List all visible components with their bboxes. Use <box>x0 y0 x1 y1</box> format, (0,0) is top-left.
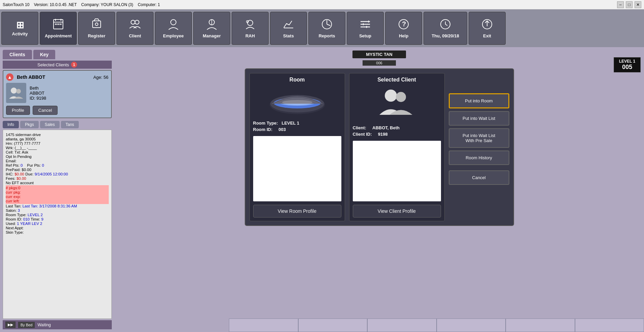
dialog-cancel-button[interactable]: Cancel <box>449 170 509 185</box>
clock-icon <box>439 18 451 32</box>
tab-info[interactable]: Info <box>3 121 19 128</box>
rah-icon <box>244 18 256 32</box>
due-label: Due: <box>25 172 35 176</box>
activity-icon: ⊞ <box>16 21 24 30</box>
help-label: Help <box>399 33 408 38</box>
due-value: 9/14/2005 12:00:00 <box>35 172 68 176</box>
warning-icon: ▲ <box>6 73 13 81</box>
level-panel: LEVEL 1 005 <box>614 57 641 72</box>
client-id-info: Client ID: 9198 <box>353 132 441 137</box>
client-action-buttons: Profile Cancel <box>6 106 108 115</box>
used-value: 1 YEAR LEV 2 <box>17 222 42 226</box>
put-into-room-button[interactable]: Put into Room <box>449 93 509 108</box>
client-name-value: ABBOT, Beth <box>372 125 400 130</box>
nav-client[interactable]: Client <box>116 12 154 45</box>
view-room-profile-button[interactable]: View Room Profile <box>253 205 341 218</box>
room-history-button[interactable]: Room History <box>449 151 509 165</box>
register-label: Register <box>88 33 105 38</box>
tab-clients[interactable]: Clients <box>3 50 32 59</box>
title-bar: SalonTouch 10 Version: 10.0.0.45 .NET Co… <box>0 0 644 9</box>
svg-point-33 <box>11 88 17 94</box>
client-prepaid: PrePaid: $0.00 <box>6 168 109 172</box>
nav-datetime[interactable]: Thu, 09/20/18 <box>423 12 467 45</box>
by-bed-button[interactable]: By Bed <box>18 322 35 328</box>
profile-button[interactable]: Profile <box>6 106 30 115</box>
put-into-wait-list-presale-button[interactable]: Put into Wait List With Pre Sale <box>449 128 509 148</box>
top-navigation: ⊞ Activity Appointment Register Client E… <box>0 9 644 47</box>
stats-icon <box>282 18 295 32</box>
client-id: ID: 9198 <box>30 96 46 101</box>
fees-value: $0.00 <box>16 176 26 180</box>
panel-tabs: Clients Key <box>3 50 112 59</box>
client-label: Client <box>129 33 141 38</box>
client-wrk: Wrk: (__)__ -____ <box>6 146 109 150</box>
maximize-button[interactable]: □ <box>626 1 633 8</box>
tab-sales[interactable]: Sales <box>40 121 60 128</box>
room-white-box <box>253 136 341 201</box>
svg-point-11 <box>171 20 176 25</box>
client-header: ▲ Beth ABBOT Age: 56 <box>6 73 108 81</box>
employee-icon <box>167 18 179 32</box>
pkgs-label: # pkgs:0 <box>6 186 20 190</box>
level-number: 005 <box>617 64 638 71</box>
nav-activity[interactable]: ⊞ Activity <box>1 12 38 45</box>
rah-label: RAH <box>245 33 255 38</box>
nav-register[interactable]: Register <box>78 12 115 45</box>
bottom-cell-4 <box>437 319 506 332</box>
minimize-button[interactable]: – <box>617 1 624 8</box>
nav-exit[interactable]: Exit <box>469 12 506 45</box>
client-age: Age: 56 <box>93 75 108 80</box>
client-icon <box>129 18 141 32</box>
app-version: Version: 10.0.0.45 .NET <box>34 2 77 7</box>
svg-point-34 <box>16 89 21 94</box>
tab-pkgs[interactable]: Pkgs <box>20 121 39 128</box>
svg-rect-7 <box>93 21 101 28</box>
client-label: Client: <box>353 125 366 130</box>
mystic-tan-text: MYSTIC TAN <box>366 52 392 57</box>
collapse-button[interactable]: ▶▶ <box>5 322 15 328</box>
register-icon <box>91 18 103 32</box>
cancel-client-button[interactable]: Cancel <box>33 106 58 115</box>
exit-label: Exit <box>483 33 491 38</box>
nav-appointment[interactable]: Appointment <box>40 12 77 45</box>
put-into-wait-list-button[interactable]: Put into Wait List <box>449 111 509 126</box>
close-button[interactable]: ✕ <box>635 1 641 8</box>
client-id-value: 9198 <box>378 132 388 137</box>
salon: Salon: 3 <box>6 208 109 212</box>
client-white-box <box>353 141 441 201</box>
svg-point-10 <box>135 20 139 24</box>
nav-manager[interactable]: Manager <box>193 12 230 45</box>
nav-setup[interactable]: Setup <box>347 12 384 45</box>
selected-clients-count: 1 <box>71 62 77 68</box>
client-hm: Hm: (777) 777-7777 <box>6 141 109 145</box>
nav-stats[interactable]: Stats <box>270 12 307 45</box>
bottom-cell-5 <box>506 319 575 332</box>
view-client-profile-button[interactable]: View Client Profile <box>353 205 441 218</box>
reports-label: Reports <box>318 33 335 38</box>
tab-tans[interactable]: Tans <box>61 121 79 128</box>
selected-client-title: Selected Client <box>377 77 416 83</box>
nav-help[interactable]: ? Help <box>385 12 422 45</box>
bottom-strip <box>229 319 644 332</box>
client-details: Beth ABBOT ID: 9198 <box>30 86 46 101</box>
svg-point-9 <box>131 20 135 24</box>
nav-rah[interactable]: RAH <box>232 12 269 45</box>
client-name: Beth ABBOT <box>17 74 45 80</box>
svg-rect-16 <box>284 28 293 28</box>
app-name: SalonTouch 10 <box>3 2 29 7</box>
computer-name: Computer: 1 <box>138 2 160 7</box>
dialog-container: Room <box>245 68 514 226</box>
time-value: 9 <box>41 217 43 221</box>
setup-icon <box>359 18 371 32</box>
client-address: 1475 siderman drive <box>6 133 109 137</box>
client-card: ▲ Beth ABBOT Age: 56 Beth ABBOT ID: 9198… <box>3 70 112 118</box>
tanning-bed-image <box>267 86 328 117</box>
tab-key[interactable]: Key <box>33 50 56 59</box>
presale-line2: With Pre Sale <box>466 138 492 143</box>
nav-employee[interactable]: Employee <box>155 12 192 45</box>
svg-line-19 <box>327 24 330 26</box>
mystic-sub: 006 <box>363 60 396 66</box>
skin-type: Skin Type: <box>6 230 109 234</box>
curr-exp: curr exp: <box>6 195 21 199</box>
nav-reports[interactable]: Reports <box>308 12 345 45</box>
